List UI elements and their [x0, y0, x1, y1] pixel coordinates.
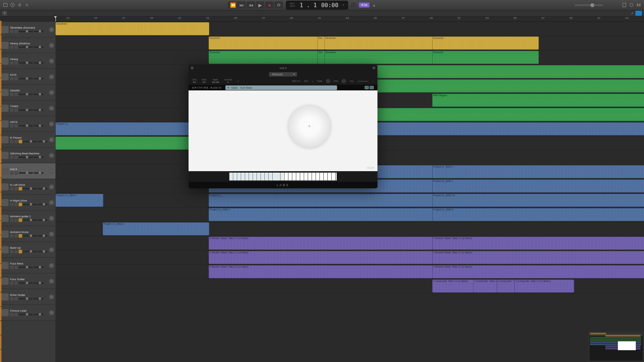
variation-fader[interactable]	[270, 105, 275, 155]
track-icon[interactable]	[1, 105, 9, 112]
volume-slider[interactable]	[23, 219, 37, 221]
freeze-button[interactable]	[19, 187, 22, 190]
rewind-start-button[interactable]: ⏪	[228, 1, 236, 9]
track-header[interactable]: Fuzz Guitar	[0, 273, 55, 289]
region[interactable]: Drummer	[209, 51, 318, 64]
pan-slider[interactable]	[34, 157, 44, 158]
mute-button[interactable]	[10, 171, 14, 175]
pan-slider[interactable]	[38, 219, 48, 221]
track-knob[interactable]	[49, 43, 54, 48]
main-knob[interactable]	[288, 105, 331, 148]
track-knob[interactable]	[49, 90, 54, 95]
track-icon[interactable]	[1, 26, 9, 33]
track-icon[interactable]	[1, 58, 9, 65]
solo-button[interactable]	[14, 108, 18, 112]
track-lane[interactable]: 2 Modern Stack: Take 2.2 (2 takes)2 Mode…	[55, 251, 644, 265]
track-knob[interactable]	[49, 106, 54, 111]
master-volume-slider[interactable]	[575, 4, 603, 6]
plugin-menu-icon[interactable]: ⋯	[372, 80, 374, 83]
pan-slider[interactable]	[38, 251, 48, 252]
freeze-button[interactable]	[19, 218, 22, 222]
lcd-display[interactable]: BARBEAT 1 . 1 00:00 ▾	[286, 1, 348, 10]
region[interactable]: 3 composite: Take 2.	[473, 279, 498, 293]
tuner-button[interactable]: ⟳34	[359, 3, 370, 8]
pan-slider[interactable]	[34, 314, 44, 315]
region[interactable]	[55, 137, 209, 150]
help-icon[interactable]: ?	[10, 3, 15, 8]
solo-button[interactable]	[14, 266, 18, 269]
region[interactable]: Drummer	[325, 36, 433, 50]
track-header[interactable]: TOMS	[0, 100, 55, 116]
track-icon[interactable]	[1, 293, 9, 301]
track-lane[interactable]: Drummer	[55, 22, 644, 36]
mute-button[interactable]	[10, 124, 14, 128]
region[interactable]: Project 11_4#02.8	[103, 222, 209, 235]
volume-slider[interactable]	[19, 46, 33, 48]
track-header[interactable]: KICK	[0, 69, 55, 85]
track-lane[interactable]: Project 11_3#02.7Project 11_Project 11_3…	[55, 193, 644, 208]
mute-button[interactable]	[10, 203, 14, 206]
track-header[interactable]: Inst 9	[0, 163, 55, 179]
snap-toggle[interactable]	[635, 11, 642, 16]
freeze-button[interactable]	[19, 203, 22, 206]
pan-slider[interactable]	[38, 141, 48, 142]
pan-slider[interactable]	[34, 78, 44, 79]
track-header[interactable]: Glitching Beat Machine	[0, 148, 55, 163]
track-lane[interactable]: DrummerDru.DrummerDrummer	[55, 50, 644, 65]
region[interactable]: Dru.	[317, 36, 325, 50]
track-icon[interactable]	[1, 120, 9, 128]
solo-button[interactable]	[14, 93, 18, 96]
pan-slider[interactable]	[34, 109, 44, 111]
solo-button[interactable]	[14, 281, 18, 285]
track-icon[interactable]	[1, 42, 9, 49]
record-button[interactable]: ●	[265, 1, 274, 9]
volume-slider[interactable]	[23, 251, 37, 252]
region[interactable]: Project 11_5#01.7	[432, 165, 644, 178]
volume-slider[interactable]	[23, 204, 37, 205]
library-icon[interactable]	[3, 3, 8, 8]
vol-slider[interactable]	[357, 81, 368, 82]
volume-slider[interactable]	[19, 282, 33, 284]
pan-slider[interactable]	[38, 204, 48, 205]
solo-button[interactable]	[14, 234, 18, 238]
track-knob[interactable]	[49, 27, 54, 32]
track-knob[interactable]	[49, 122, 54, 127]
region[interactable]: Drummer	[325, 51, 433, 64]
track-icon[interactable]	[1, 230, 9, 238]
pan-slider[interactable]	[38, 235, 48, 237]
metronome-icon[interactable]: ▲	[372, 3, 376, 7]
volume-slider[interactable]	[19, 298, 33, 299]
volume-slider[interactable]	[19, 314, 33, 315]
plugin-window[interactable]: Inst 9 Manual▾ CPU0% DISK0% MEM199 MB VO…	[189, 65, 377, 188]
plugin-close-icon[interactable]	[191, 66, 194, 69]
region[interactable]: MIDI Region	[432, 94, 644, 107]
track-knob[interactable]	[49, 74, 54, 79]
track-icon[interactable]	[1, 89, 9, 96]
solo-button[interactable]	[14, 218, 18, 222]
pan-slider[interactable]	[34, 172, 44, 174]
solo-button[interactable]	[14, 297, 18, 301]
volume-slider[interactable]	[23, 141, 37, 142]
solo-button[interactable]	[14, 140, 18, 143]
refresh-icon[interactable]: ⟳	[237, 80, 239, 83]
region[interactable]: Project 11_	[209, 194, 433, 207]
mute-button[interactable]	[10, 218, 14, 222]
region[interactable]: 3 composite: T	[497, 279, 515, 293]
region[interactable]: Drummer	[55, 22, 209, 35]
solo-button[interactable]	[14, 45, 18, 49]
track-icon[interactable]	[1, 73, 9, 80]
region[interactable]: Drummer	[209, 36, 318, 50]
region[interactable]: 2 Modern Stack: Take 2.1 (2 takes)	[209, 237, 433, 250]
play-button[interactable]: ▶	[256, 1, 264, 9]
track-icon[interactable]	[1, 152, 9, 159]
timeline-ruler[interactable]: 2325272931333537394143454749515355575961…	[55, 16, 644, 22]
mute-button[interactable]	[10, 108, 14, 112]
pan-slider[interactable]	[34, 298, 44, 299]
solo-button[interactable]	[14, 30, 18, 33]
volume-slider[interactable]	[19, 125, 33, 127]
track-lane[interactable]: Project 11_4#02.8	[55, 222, 644, 236]
region[interactable]: Project 11_4#02.4	[209, 208, 433, 221]
region[interactable]: 2 Modern Stack: Take 2.1 (2 takes)	[432, 237, 644, 250]
track-header[interactable]: Fuzz Bass	[0, 258, 55, 273]
track-header[interactable]: Ambient drone	[0, 226, 55, 242]
